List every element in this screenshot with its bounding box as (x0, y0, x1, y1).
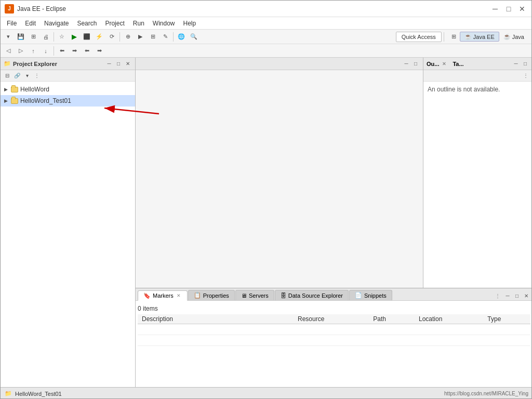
horizontal-split: 📁 Project Explorer ─ □ ✕ ⊟ 🔗 ▾ ⋮ (1, 58, 532, 399)
link-editor-btn[interactable]: 🔗 (12, 71, 22, 81)
panel-menu-btn[interactable]: ▾ (22, 71, 32, 81)
menu-window[interactable]: Window (149, 19, 179, 28)
perspective-javaee[interactable]: ☕ Java EE (460, 32, 499, 42)
toolbar2-nav2[interactable]: ➡ (69, 45, 80, 57)
outline-panel-minimize[interactable]: ─ (512, 60, 520, 68)
toolbar-btn5[interactable]: ⊕ (122, 31, 134, 43)
toolbar2-nav4[interactable]: ➡ (94, 45, 105, 57)
expand-arrow-helloword: ▶ (3, 86, 9, 92)
toolbar-btn4[interactable]: ⟳ (106, 31, 117, 43)
toolbar2-nav1[interactable]: ⬅ (56, 45, 68, 57)
status-url: https://blog.csdn.net/MIRACLE_Ying (444, 391, 528, 396)
toolbar-saveall-btn[interactable]: ⊞ (28, 31, 39, 43)
tree-item-helloword[interactable]: ▶ HelloWord (1, 84, 135, 95)
toolbar-new-btn[interactable]: ▾ (3, 31, 14, 43)
outline-content: An outline is not available. (423, 82, 532, 288)
toolbar-print-btn[interactable]: 🖨 (40, 31, 51, 43)
perspective-java-label: Java (512, 34, 524, 40)
col-description[interactable]: Description (138, 314, 294, 324)
tab-snippets[interactable]: 📄 Snippets (349, 290, 392, 300)
perspective-java[interactable]: ☕ Java (499, 32, 528, 41)
toolbar2-down-btn[interactable]: ↓ (40, 45, 51, 57)
editor-header: ─ □ (136, 58, 423, 70)
window-controls: ─ □ ✕ (489, 3, 528, 15)
toolbar-btn6[interactable]: ▶ (135, 31, 146, 43)
tab-properties[interactable]: 📋 Properties (188, 290, 235, 300)
toolbar-btn2[interactable]: ☆ (56, 31, 68, 43)
panel-dropdown-btn[interactable]: ⋮ (32, 71, 42, 81)
tab-markers-close[interactable]: ✕ (176, 292, 182, 299)
outline-close-btn[interactable]: ✕ (441, 61, 447, 67)
tree-item-helloword-test[interactable]: ▶ HelloWord_Test01 (1, 95, 135, 107)
datasource-icon: 🗄 (281, 292, 286, 299)
markers-icon: 🔖 (143, 292, 151, 299)
toolbar2-fwd-btn[interactable]: ▷ (15, 45, 26, 57)
menu-run[interactable]: Run (129, 19, 149, 28)
properties-icon: 📋 (194, 292, 201, 299)
project-explorer-panel: 📁 Project Explorer ─ □ ✕ ⊟ 🔗 ▾ ⋮ (1, 58, 136, 399)
folder-icon-helloword-test (10, 97, 19, 105)
outline-header: Ou... ✕ Ta... ─ □ (423, 58, 532, 70)
table-row-empty1 (138, 324, 530, 335)
collapse-all-btn[interactable]: ⊟ (3, 71, 12, 81)
outline-panel-maximize[interactable]: □ (521, 60, 529, 68)
bottom-tabs: 🔖 Markers ✕ 📋 Properties 🖥 Servers (136, 288, 532, 301)
toolbar2-nav3[interactable]: ⬅ (81, 45, 92, 57)
maximize-button[interactable]: □ (502, 3, 515, 15)
expand-arrow-helloword-test: ▶ (3, 98, 9, 104)
menu-project[interactable]: Project (101, 19, 128, 28)
quick-access-button[interactable]: Quick Access (396, 32, 442, 42)
toolbar-btn7[interactable]: ⊞ (147, 31, 158, 43)
col-type[interactable]: Type (483, 314, 530, 324)
toolbar-btn3[interactable]: ⚡ (94, 31, 105, 43)
bottom-panel: 🔖 Markers ✕ 📋 Properties 🖥 Servers (136, 288, 532, 399)
tab-snippets-label: Snippets (364, 292, 387, 299)
minimize-button[interactable]: ─ (489, 3, 501, 15)
toolbar2-up-btn[interactable]: ↑ (28, 45, 39, 57)
toolbar-btn8[interactable]: ✎ (159, 31, 171, 43)
perspective-javaee-label: Java EE (473, 34, 495, 40)
tab-servers[interactable]: 🖥 Servers (235, 290, 274, 300)
panel-maximize-btn[interactable]: □ (114, 60, 123, 68)
markers-table: Description Resource Path Location Type (138, 314, 530, 346)
tab-datasource[interactable]: 🗄 Data Source Explorer (275, 290, 349, 300)
menu-edit[interactable]: Edit (21, 19, 40, 28)
col-path[interactable]: Path (369, 314, 415, 324)
perspective-open-btn[interactable]: ⊞ (448, 31, 460, 43)
toolbar-stop-btn[interactable]: ⬛ (81, 31, 92, 43)
project-explorer-toolbar: ⊟ 🔗 ▾ ⋮ (1, 70, 135, 82)
main-content: 📁 Project Explorer ─ □ ✕ ⊟ 🔗 ▾ ⋮ (1, 58, 532, 399)
col-resource[interactable]: Resource (294, 314, 369, 324)
toolbar-btn10[interactable]: 🔍 (188, 31, 200, 43)
bottom-panel-menu-btn[interactable]: ⋮ (493, 291, 502, 300)
menu-search[interactable]: Search (73, 19, 101, 28)
toolbar-sep3 (173, 32, 174, 42)
editor-area[interactable] (136, 70, 423, 288)
bottom-panel-maximize[interactable]: □ (513, 291, 521, 300)
bottom-panel-minimize[interactable]: ─ (503, 291, 512, 300)
project-explorer-title: Project Explorer (13, 61, 57, 67)
outline-tab2-title: Ta... (453, 61, 463, 67)
panel-close-btn[interactable]: ✕ (124, 60, 132, 68)
editor-maximize-btn[interactable]: □ (411, 60, 420, 68)
toolbar-row1: ▾ 💾 ⊞ 🖨 ☆ ▶ ⬛ ⚡ ⟳ ⊕ ▶ ⊞ ✎ 🌐 🔍 Quick Acce… (1, 30, 532, 44)
tab-markers[interactable]: 🔖 Markers ✕ (138, 290, 188, 301)
panel-header-buttons: ─ □ ✕ (105, 60, 132, 68)
toolbar2-back-btn[interactable]: ◁ (3, 45, 14, 57)
editor-minimize-btn[interactable]: ─ (402, 60, 410, 68)
tab-datasource-label: Data Source Explorer (288, 292, 343, 299)
toolbar-debug-btn[interactable]: ▶ (69, 31, 80, 43)
perspective-javaee-icon: ☕ (464, 33, 472, 40)
toolbar-save-btn[interactable]: 💾 (15, 31, 26, 43)
col-location[interactable]: Location (415, 314, 483, 324)
panel-minimize-btn[interactable]: ─ (105, 60, 113, 68)
menu-navigate[interactable]: Navigate (40, 19, 73, 28)
menu-file[interactable]: File (3, 19, 21, 28)
bottom-panel-close[interactable]: ✕ (522, 291, 530, 300)
close-button[interactable]: ✕ (516, 3, 528, 15)
outline-panel: Ou... ✕ Ta... ─ □ ⋮ An outline (423, 58, 532, 288)
outline-menu-btn[interactable]: ⋮ (521, 71, 530, 81)
menu-bar: File Edit Navigate Search Project Run Wi… (1, 17, 532, 30)
toolbar-btn9[interactable]: 🌐 (176, 31, 187, 43)
menu-help[interactable]: Help (179, 19, 201, 28)
